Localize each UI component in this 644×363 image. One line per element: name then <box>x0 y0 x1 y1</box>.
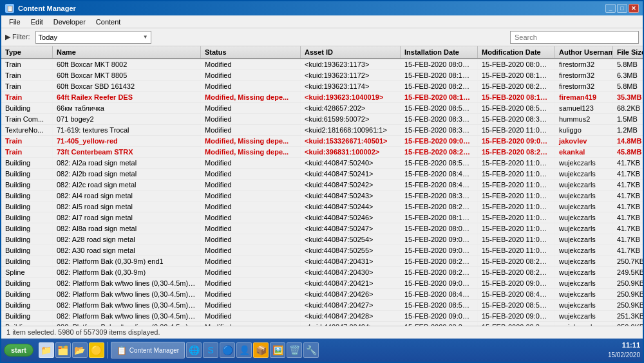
toolbar: ▶ Filter: Today ▼ <box>1 28 643 46</box>
table-cell: 14.8MB <box>613 136 643 146</box>
maximize-button[interactable]: □ <box>617 4 627 13</box>
table-row[interactable]: Building082: Platform Bak w/two lines (0… <box>1 278 643 289</box>
taskbar-icon-explorer[interactable]: 📁 <box>39 342 54 358</box>
table-row[interactable]: Train60ft Boxcar MKT 8805Modified<kuid:1… <box>1 70 643 81</box>
menu-file[interactable]: File <box>4 17 26 26</box>
table-row[interactable]: TextureNo...71-619: textures TrocalModif… <box>1 125 643 136</box>
table-row[interactable]: Building082: A30 road sign metalModified… <box>1 245 643 256</box>
table-row[interactable]: Train64ft Railex Reefer DESModified, Mis… <box>1 92 643 103</box>
table-row[interactable]: Train73ft Centerbeam STRXModified, Missi… <box>1 147 643 158</box>
col-header-name[interactable]: Name <box>53 46 201 58</box>
table-cell: 251.3KB <box>613 311 643 321</box>
table-cell: Modified <box>201 300 301 310</box>
taskbar-right: 11:11 15/02/2020 <box>608 340 640 359</box>
table-cell: Modified <box>201 180 301 190</box>
filter-dropdown[interactable]: Today ▼ <box>35 31 151 44</box>
table-cell: <kuid:440847:20431> <box>301 256 401 266</box>
taskbar: start 📁 🗂️ 📂 🟡 📋 Content Manager 🌐 S 🔵 👤… <box>1 339 643 362</box>
table-cell: <kuid:440847:50254> <box>301 234 401 245</box>
taskbar-icon-3[interactable]: 📂 <box>72 342 88 358</box>
table-row[interactable]: Building082: Platform Bak (0,30-9m) end1… <box>1 256 643 267</box>
table-cell: wujekczarls <box>555 311 613 321</box>
taskbar-app-1[interactable]: 📋 Content Manager <box>111 342 185 358</box>
table-cell: 071 bogey2 <box>53 114 201 124</box>
taskbar-icon-12[interactable]: 🔧 <box>303 342 319 358</box>
col-header-author[interactable]: Author Username <box>555 46 613 58</box>
col-header-filesize[interactable]: File Size <box>613 46 643 58</box>
table-cell: 082: Al7 road sign metal <box>53 212 201 223</box>
table-cell: 15-FEB-2020 08:55:02 <box>401 158 478 168</box>
table-cell: Building <box>1 311 53 321</box>
table-cell: 41.7KB <box>613 245 643 256</box>
table-row[interactable]: Train60ft Boxcar SBD 161432Modified<kuid… <box>1 81 643 92</box>
table-row[interactable]: Building082: Al2a road sign metalModifie… <box>1 158 643 169</box>
taskbar-icon-5[interactable]: 🌐 <box>186 342 202 358</box>
table-row[interactable]: Train71-405_yellow-redModified, Missing … <box>1 136 643 147</box>
col-header-install[interactable]: Installation Date <box>401 46 478 58</box>
table-cell: Train <box>1 147 53 157</box>
table-row[interactable]: Building082: Al4 road sign metalModified… <box>1 191 643 201</box>
table-cell: 66км табличка <box>53 103 201 113</box>
menu-content[interactable]: Content <box>91 17 126 26</box>
table-cell: 15-FEB-2020 08:09:52 <box>401 223 478 234</box>
table-cell: Train Com... <box>1 114 53 124</box>
table-cell: Modified, Missing depe... <box>201 92 301 102</box>
table-row[interactable]: Building082: Platform Bak w/two lines (0… <box>1 311 643 322</box>
table-row[interactable]: Building082: Al2c road sign metalModifie… <box>1 180 643 191</box>
table-cell: 15-FEB-2020 08:14:12 <box>478 70 555 80</box>
table-cell: Building <box>1 201 53 212</box>
close-button[interactable]: ✕ <box>629 4 639 13</box>
table-cell: 60ft Boxcar MKT 8002 <box>53 59 201 70</box>
taskbar-icon-6[interactable]: S <box>203 342 218 358</box>
table-cell: Train <box>1 70 53 80</box>
table-cell: Modified <box>201 311 301 321</box>
table-row[interactable]: Building66км табличкаModified<kuid:42865… <box>1 103 643 114</box>
table-cell: 15-FEB-2020 09:09:53 <box>478 311 555 321</box>
window-title: Content Manager <box>18 5 76 12</box>
table-cell: Spline <box>1 267 53 277</box>
taskbar-icon-8[interactable]: 👤 <box>236 342 252 358</box>
taskbar-icon-2[interactable]: 🗂️ <box>55 342 71 358</box>
taskbar-icon-4[interactable]: 🟡 <box>89 342 104 358</box>
menu-developer[interactable]: Developer <box>48 17 91 26</box>
table-cell: <kuid:428657:202> <box>301 103 401 113</box>
table-cell: 082: Al2c road sign metal <box>53 180 201 190</box>
table-cell: 15-FEB-2020 08:16:36 <box>401 212 478 223</box>
start-button[interactable]: start <box>4 344 33 357</box>
table-row[interactable]: Train60ft Boxcar MKT 8002Modified<kuid:1… <box>1 59 643 70</box>
col-header-mod[interactable]: Modification Date <box>478 46 555 58</box>
table-cell: Building <box>1 278 53 288</box>
table-cell: firestorm32 <box>555 59 613 70</box>
table-row[interactable]: Spline082: Platform Bak (0,30-9m)Modifie… <box>1 267 643 278</box>
table-cell: Modified <box>201 191 301 201</box>
table-row[interactable]: Building082: A28 road sign metalModified… <box>1 234 643 245</box>
table-row[interactable]: Building082: Platform Bak w/two lines (0… <box>1 300 643 311</box>
table-cell: 15-FEB-2020 09:09:52 <box>401 311 478 321</box>
table-cell: 73ft Centerbeam STRX <box>53 147 201 157</box>
taskbar-icon-7[interactable]: 🔵 <box>220 342 235 358</box>
table-cell: Modified <box>201 256 301 266</box>
table-cell: 60ft Boxcar SBD 161432 <box>53 81 201 91</box>
col-header-type[interactable]: Type <box>1 46 53 58</box>
taskbar-icon-9[interactable]: 📦 <box>253 342 269 358</box>
table-row[interactable]: Train Com...071 bogey2Modified<kuid:6159… <box>1 114 643 125</box>
status-bar: 1 item selected. 5980 of 557309 items di… <box>1 326 643 339</box>
table-row[interactable]: Building082: Al5 road sign metalModified… <box>1 201 643 212</box>
taskbar-icon-10[interactable]: 🖼️ <box>270 342 285 358</box>
table-row[interactable]: Building082: Al8a road sign metalModifie… <box>1 223 643 234</box>
table-row[interactable]: Building082: Al2b road sign metalModifie… <box>1 169 643 180</box>
col-header-status[interactable]: Status <box>201 46 301 58</box>
table-row[interactable]: Building082: Platform Bak w/two lines (0… <box>1 289 643 300</box>
table-cell: <kuid:153326671:40501> <box>301 136 401 146</box>
status-text: 1 item selected. 5980 of 557309 items di… <box>6 328 160 336</box>
table-cell: <kuid:193623:1174> <box>301 81 401 91</box>
menu-edit[interactable]: Edit <box>26 17 48 26</box>
minimize-button[interactable]: _ <box>605 4 616 13</box>
search-input[interactable] <box>515 33 634 41</box>
col-header-assetid[interactable]: Asset ID <box>301 46 401 58</box>
table-cell: 1.2MB <box>613 125 643 135</box>
taskbar-icon-11[interactable]: 🗑️ <box>287 342 302 358</box>
table-row[interactable]: Building082: Al7 road sign metalModified… <box>1 212 643 223</box>
table-body[interactable]: Train60ft Boxcar MKT 8002Modified<kuid:1… <box>1 59 643 326</box>
table-cell: 082: Platform Bak w/two lines (0,30-4.5m… <box>53 289 201 299</box>
